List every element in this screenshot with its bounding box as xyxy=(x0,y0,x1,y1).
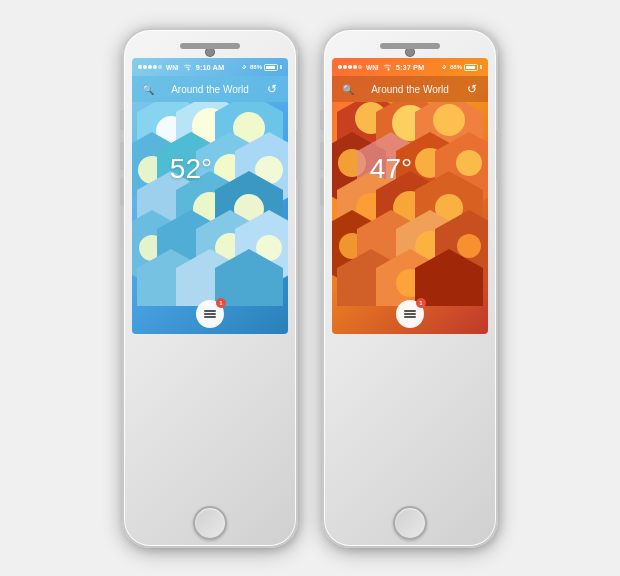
volume-down-day[interactable] xyxy=(120,178,124,206)
status-right-sunset: 88% xyxy=(440,64,482,71)
signal-dot-5 xyxy=(158,65,162,69)
screen-day: WNI 9:10 AM 88% xyxy=(132,58,288,334)
nav-title-day: Around the World xyxy=(171,84,249,95)
home-button-day[interactable] xyxy=(193,506,227,540)
volume-up-sunset[interactable] xyxy=(320,142,324,170)
phone-day: WNI 9:10 AM 88% xyxy=(122,28,298,548)
bluetooth-icon-sunset xyxy=(440,64,448,71)
signal-dot-2 xyxy=(143,65,147,69)
wifi-icon-day xyxy=(183,64,192,71)
hex-grid-sunset: 47° xyxy=(332,102,488,306)
hamburger-icon-day xyxy=(204,309,216,320)
badge-count-sunset: 1 xyxy=(419,300,422,306)
signal-dot-3 xyxy=(148,65,152,69)
battery-pct-sunset: 88% xyxy=(450,64,462,70)
hamburger-icon-sunset xyxy=(404,309,416,320)
menu-badge-sunset: 1 xyxy=(416,298,426,308)
temp-text-sunset: 47° xyxy=(370,153,412,184)
wifi-icon-sunset xyxy=(383,64,392,71)
search-icon-sunset[interactable]: 🔍 xyxy=(340,81,356,97)
power-button-day[interactable] xyxy=(296,130,300,180)
menu-badge-day: 1 xyxy=(216,298,226,308)
phone-sunset: WNI 5:37 PM 88% xyxy=(322,28,498,548)
phones-container: WNI 9:10 AM 88% xyxy=(122,28,498,548)
battery-fill-day xyxy=(266,66,275,69)
menu-button-sunset[interactable]: 1 xyxy=(396,300,424,328)
screen-sunset: WNI 5:37 PM 88% xyxy=(332,58,488,334)
nav-bar-sunset: 🔍 Around the World ↺ xyxy=(332,76,488,102)
status-bar-day: WNI 9:10 AM 88% xyxy=(132,58,288,76)
volume-down-sunset[interactable] xyxy=(320,178,324,206)
svg-point-88 xyxy=(457,234,481,258)
battery-tip-day xyxy=(280,65,282,69)
signal-sunset xyxy=(338,65,362,69)
signal-s-dot-1 xyxy=(338,65,342,69)
status-left-sunset: WNI xyxy=(338,64,392,71)
nav-bar-day: 🔍 Around the World ↺ xyxy=(132,76,288,102)
status-bar-sunset: WNI 5:37 PM 88% xyxy=(332,58,488,76)
signal-s-dot-5 xyxy=(358,65,362,69)
bluetooth-icon-day xyxy=(240,64,248,71)
carrier-sunset: WNI xyxy=(366,64,379,71)
svg-point-68 xyxy=(433,104,465,136)
signal-day xyxy=(138,65,162,69)
refresh-icon-day[interactable]: ↺ xyxy=(264,81,280,97)
badge-count-day: 1 xyxy=(219,300,222,306)
mute-button-sunset[interactable] xyxy=(320,110,324,130)
home-button-sunset[interactable] xyxy=(393,506,427,540)
power-button-sunset[interactable] xyxy=(496,130,500,180)
menu-button-day[interactable]: 1 xyxy=(196,300,224,328)
battery-tip-sunset xyxy=(480,65,482,69)
speaker-day xyxy=(180,43,240,49)
signal-dot-4 xyxy=(153,65,157,69)
signal-s-dot-2 xyxy=(343,65,347,69)
nav-title-sunset: Around the World xyxy=(371,84,449,95)
temp-text-day: 52° xyxy=(170,153,212,184)
refresh-icon-sunset[interactable]: ↺ xyxy=(464,81,480,97)
carrier-day: WNI xyxy=(166,64,179,71)
signal-s-dot-3 xyxy=(348,65,352,69)
battery-icon-sunset xyxy=(464,64,478,71)
hex-grid-day: 52° xyxy=(132,102,288,306)
battery-fill-sunset xyxy=(466,66,475,69)
status-left-day: WNI xyxy=(138,64,192,71)
signal-s-dot-4 xyxy=(353,65,357,69)
mute-button-day[interactable] xyxy=(120,110,124,130)
search-icon-day[interactable]: 🔍 xyxy=(140,81,156,97)
svg-point-75 xyxy=(456,150,482,176)
volume-up-day[interactable] xyxy=(120,142,124,170)
time-day: 9:10 AM xyxy=(196,63,224,72)
time-sunset: 5:37 PM xyxy=(396,63,424,72)
battery-icon-day xyxy=(264,64,278,71)
speaker-sunset xyxy=(380,43,440,49)
status-right-day: 88% xyxy=(240,64,282,71)
signal-dot-1 xyxy=(138,65,142,69)
battery-pct-day: 88% xyxy=(250,64,262,70)
